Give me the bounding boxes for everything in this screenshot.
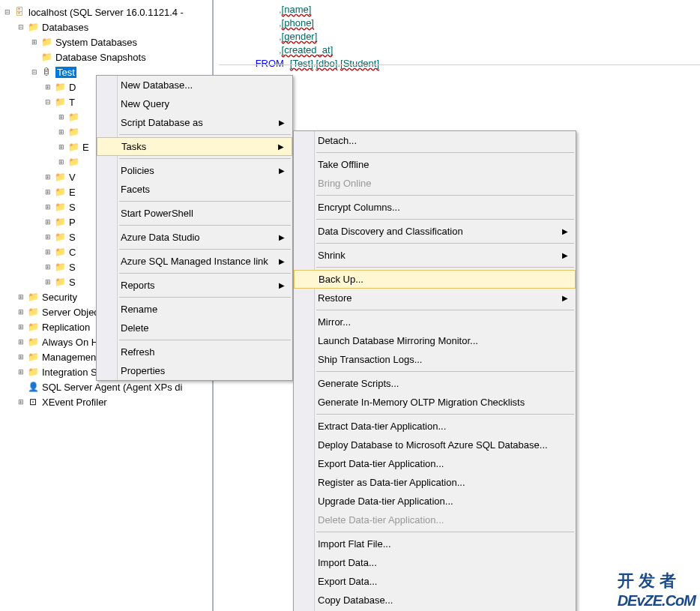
menu-item-launch-database-mirroring-monitor[interactable]: Launch Database Mirroring Monitor...: [294, 331, 576, 350]
menu-item-take-offline[interactable]: Take Offline: [294, 155, 576, 174]
menu-separator: [119, 158, 291, 159]
menu-separator: [316, 310, 574, 310]
menu-item-script-database-as[interactable]: Script Database as▶: [97, 113, 292, 132]
submenu-arrow-icon: ▶: [278, 142, 284, 151]
menu-item-label: Take Offline: [318, 159, 369, 170]
menu-item-export-data-tier-application[interactable]: Export Data-tier Application...: [294, 454, 576, 473]
database-icon: 🛢: [40, 66, 52, 78]
menu-item-label: Facets: [121, 184, 150, 195]
tree-xevent-node[interactable]: ⊞⊡XEvent Profiler: [0, 394, 212, 409]
menu-item-tasks[interactable]: Tasks▶: [97, 137, 292, 156]
folder-icon: 📁: [67, 156, 79, 168]
folder-icon: 📁: [27, 306, 39, 318]
menu-item-label: Encrypt Columns...: [318, 202, 400, 213]
menu-item-reports[interactable]: Reports▶: [97, 276, 292, 295]
sysdb-label: System Databases: [55, 37, 137, 48]
tree-sysdb-node[interactable]: ⊞ 📁 System Databases: [0, 34, 212, 49]
menu-item-policies[interactable]: Policies▶: [97, 161, 292, 180]
menu-item-register-as-data-tier-application[interactable]: Register as Data-tier Application...: [294, 473, 576, 492]
menu-item-generate-scripts[interactable]: Generate Scripts...: [294, 374, 576, 393]
collapse-icon[interactable]: ⊟: [16, 22, 25, 31]
menu-item-data-discovery-and-classification[interactable]: Data Discovery and Classification▶: [294, 222, 576, 241]
submenu-arrow-icon: ▶: [562, 227, 568, 235]
watermark: 开发者 DEvZE.CoM: [618, 570, 696, 610]
agent-icon: 👤: [27, 381, 39, 393]
menu-item-refresh[interactable]: Refresh: [97, 343, 292, 361]
menu-item-label: Generate Scripts...: [318, 378, 399, 389]
menu-item-label: Delete Data-tier Application...: [318, 514, 444, 526]
menu-separator: [119, 249, 291, 250]
menu-item-label: Refresh: [121, 346, 155, 358]
menu-item-properties[interactable]: Properties: [97, 361, 292, 380]
folder-icon: 📁: [54, 96, 66, 108]
menu-item-bring-online: Bring Online: [294, 174, 576, 193]
menu-item-export-data[interactable]: Export Data...: [294, 572, 576, 591]
menu-item-rename[interactable]: Rename: [97, 300, 292, 319]
databases-label: Databases: [42, 22, 88, 33]
menu-item-detach[interactable]: Detach...: [294, 131, 576, 150]
tree-databases-node[interactable]: ⊟ 📁 Databases: [0, 19, 212, 34]
folder-icon: 📁: [27, 336, 39, 348]
menu-item-new-database[interactable]: New Database...: [97, 76, 292, 94]
menu-item-encrypt-columns[interactable]: Encrypt Columns...: [294, 198, 576, 217]
menu-separator: [316, 371, 574, 372]
folder-icon: 📁: [67, 126, 79, 138]
menu-item-upgrade-data-tier-application[interactable]: Upgrade Data-tier Application...: [294, 492, 576, 511]
menu-item-label: Deploy Database to Microsoft Azure SQL D…: [318, 439, 548, 451]
collapse-icon[interactable]: ⊟: [30, 67, 39, 76]
sql-line: ,[gender]: [244, 30, 700, 43]
folder-icon: 📁: [54, 186, 66, 198]
collapse-icon[interactable]: ⊟: [3, 7, 12, 16]
menu-item-import-flat-file[interactable]: Import Flat File...: [294, 535, 576, 553]
menu-item-label: Import Flat File...: [318, 538, 391, 550]
menu-item-ship-transaction-logs[interactable]: Ship Transaction Logs...: [294, 350, 576, 369]
snapshots-label: Database Snapshots: [55, 52, 146, 63]
menu-item-azure-sql-managed-instance-link[interactable]: Azure SQL Managed Instance link▶: [97, 252, 292, 271]
watermark-en: DEvZE.CoM: [618, 592, 696, 610]
menu-item-label: Export Data-tier Application...: [318, 458, 444, 469]
menu-item-azure-data-studio[interactable]: Azure Data Studio▶: [97, 228, 292, 247]
menu-item-mirror[interactable]: Mirror...: [294, 313, 576, 331]
tree-sqlagent-node[interactable]: 👤SQL Server Agent (Agent XPs di: [0, 379, 212, 394]
menu-separator: [316, 152, 574, 153]
menu-item-label: Ship Transaction Logs...: [318, 354, 422, 365]
folder-icon: 📁: [67, 111, 79, 123]
folder-icon: 📁: [27, 291, 39, 303]
folder-icon: 📁: [54, 261, 66, 273]
menu-item-label: Extract Data-tier Application...: [318, 421, 446, 432]
menu-item-deploy-database-to-microsoft-azure-sql-database[interactable]: Deploy Database to Microsoft Azure SQL D…: [294, 436, 576, 454]
tree-server-node[interactable]: ⊟ 🗄 localhost (SQL Server 16.0.1121.4 -: [0, 4, 212, 19]
menu-item-start-powershell[interactable]: Start PowerShell: [97, 204, 292, 223]
menu-item-label: Delete: [121, 322, 149, 334]
menu-item-label: Back Up...: [319, 274, 363, 285]
menu-item-label: Launch Database Mirroring Monitor...: [318, 335, 478, 346]
menu-item-shrink[interactable]: Shrink▶: [294, 246, 576, 265]
expand-icon[interactable]: [30, 52, 39, 61]
menu-item-label: Shrink: [318, 250, 346, 261]
menu-item-facets[interactable]: Facets: [97, 180, 292, 199]
submenu-arrow-icon: ▶: [279, 166, 285, 175]
menu-item-label: Data Discovery and Classification: [318, 226, 463, 237]
folder-icon: 📁: [54, 171, 66, 183]
submenu-arrow-icon: ▶: [279, 281, 285, 289]
menu-item-copy-database[interactable]: Copy Database...: [294, 591, 576, 610]
menu-item-generate-in-memory-oltp-migration-checklists[interactable]: Generate In-Memory OLTP Migration Checkl…: [294, 393, 576, 412]
tree-snapshots-node[interactable]: 📁 Database Snapshots: [0, 49, 212, 64]
menu-item-label: Copy Database...: [318, 595, 393, 606]
menu-item-label: Restore: [318, 292, 352, 304]
menu-item-delete[interactable]: Delete: [97, 319, 292, 337]
menu-item-import-data[interactable]: Import Data...: [294, 553, 576, 572]
menu-item-label: Azure Data Studio: [121, 232, 200, 243]
menu-item-label: Azure SQL Managed Instance link: [121, 256, 268, 267]
menu-item-extract-data-tier-application[interactable]: Extract Data-tier Application...: [294, 417, 576, 436]
folder-icon: 📁: [27, 366, 39, 378]
xevent-icon: ⊡: [27, 396, 39, 408]
expand-icon[interactable]: ⊞: [30, 37, 39, 46]
menu-item-back-up[interactable]: Back Up...: [294, 270, 576, 289]
menu-item-label: Tasks: [121, 141, 146, 152]
server-label: localhost (SQL Server 16.0.1121.4 -: [28, 7, 184, 18]
menu-item-restore[interactable]: Restore▶: [294, 289, 576, 307]
menu-item-label: Export Data...: [318, 576, 377, 587]
menu-item-new-query[interactable]: New Query: [97, 94, 292, 113]
menu-item-label: Start PowerShell: [121, 208, 193, 219]
